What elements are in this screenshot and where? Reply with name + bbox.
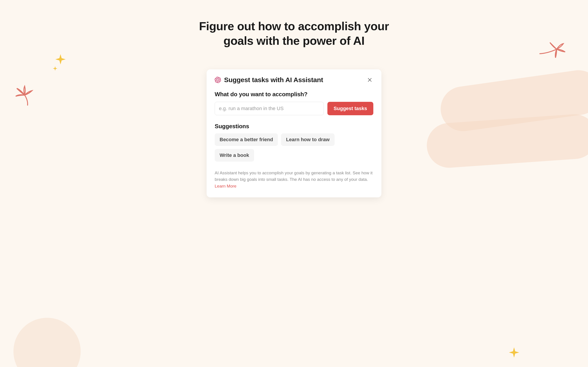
suggestion-chip[interactable]: Write a book xyxy=(215,149,254,162)
input-row: Suggest tasks xyxy=(215,102,373,115)
goal-input[interactable] xyxy=(215,102,324,115)
sparkle-icon xyxy=(55,54,66,65)
decorative-swoosh xyxy=(425,113,588,169)
disclaimer-text: AI Assistant helps you to accomplish you… xyxy=(215,170,373,189)
modal-title: Suggest tasks with AI Assistant xyxy=(224,76,323,84)
suggestion-chip[interactable]: Learn how to draw xyxy=(281,133,334,146)
ai-assistant-modal: Suggest tasks with AI Assistant What do … xyxy=(207,69,381,197)
sparkle-icon xyxy=(509,347,520,358)
suggestion-chip[interactable]: Become a better friend xyxy=(215,133,278,146)
flower-icon xyxy=(12,83,37,108)
decorative-swoosh xyxy=(13,318,81,367)
flower-icon xyxy=(539,40,568,65)
suggest-tasks-button[interactable]: Suggest tasks xyxy=(327,102,373,115)
disclaimer-body: AI Assistant helps you to accomplish you… xyxy=(215,171,372,182)
openai-logo-icon xyxy=(215,77,221,83)
suggestion-chips: Become a better friend Learn how to draw… xyxy=(215,133,373,162)
prompt-label: What do you want to accomplish? xyxy=(215,91,373,98)
modal-header: Suggest tasks with AI Assistant xyxy=(215,76,373,84)
close-button[interactable] xyxy=(366,76,373,83)
close-icon xyxy=(367,77,372,83)
sparkle-icon xyxy=(53,66,58,71)
page-headline: Figure out how to accomplish your goals … xyxy=(193,19,395,48)
decorative-swoosh xyxy=(438,67,588,134)
modal-title-group: Suggest tasks with AI Assistant xyxy=(215,76,323,84)
suggestions-label: Suggestions xyxy=(215,123,373,130)
learn-more-link[interactable]: Learn More xyxy=(215,184,236,188)
